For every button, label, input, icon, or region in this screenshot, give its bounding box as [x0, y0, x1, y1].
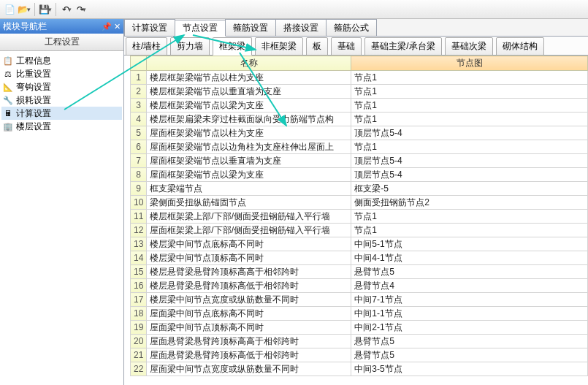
cell-node[interactable]: 中间3-5节点	[351, 362, 588, 376]
table-row[interactable]: 10梁侧面受扭纵筋锚固节点侧面受扭钢筋节点2	[131, 196, 588, 210]
nav-item-4[interactable]: 🖩计算设置	[1, 107, 122, 120]
table-row[interactable]: 9框支梁端节点框支梁-5	[131, 182, 588, 196]
nav-item-3[interactable]: 🔧损耗设置	[1, 94, 122, 107]
top-tab-2[interactable]: 箍筋设置	[225, 19, 276, 36]
sub-tab-8[interactable]: 砌体结构	[496, 37, 544, 56]
cell-name[interactable]: 楼层悬臂梁悬臂跨顶标高高于相邻跨时	[147, 265, 351, 279]
table-row[interactable]: 2楼层框架梁端节点以垂直墙为支座节点1	[131, 85, 588, 99]
cell-node[interactable]: 中间4-1节点	[351, 251, 588, 265]
nav-item-5[interactable]: 🏢楼层设置	[1, 120, 122, 133]
table-row[interactable]: 8屋面框架梁端节点以梁为支座顶层节点5-4	[131, 168, 588, 182]
cell-name[interactable]: 楼层梁中间节点宽度或纵筋数量不同时	[147, 293, 351, 307]
nav-tree: 📋工程信息⚖比重设置📐弯钩设置🔧损耗设置🖩计算设置🏢楼层设置	[0, 51, 123, 136]
cell-node[interactable]: 节点1	[351, 85, 588, 99]
cell-name[interactable]: 楼层框架梁端节点以垂直墙为支座	[147, 85, 351, 99]
table-row[interactable]: 17楼层梁中间节点宽度或纵筋数量不同时中间7-1节点	[131, 293, 588, 307]
table-row[interactable]: 22屋面梁中间节点宽度或纵筋数量不同时中间3-5节点	[131, 362, 588, 376]
table-row[interactable]: 5屋面框架梁端节点以柱为支座顶层节点5-4	[131, 126, 588, 140]
nav-item-1[interactable]: ⚖比重设置	[1, 67, 122, 80]
cell-name[interactable]: 楼层框架梁上部/下部/侧面受扭钢筋锚入平行墙	[147, 210, 351, 224]
cell-name[interactable]: 屋面梁中间节点顶标高不同时	[147, 321, 351, 335]
sub-tab-4[interactable]: 板	[306, 37, 328, 56]
row-number: 12	[131, 224, 147, 237]
table-row[interactable]: 21屋面悬臂梁悬臂跨顶标高低于相邻跨时悬臂节点5	[131, 348, 588, 362]
cell-name[interactable]: 屋面梁中间节点底标高不同时	[147, 307, 351, 321]
cell-name[interactable]: 屋面框架梁端节点以梁为支座	[147, 168, 351, 182]
cell-node[interactable]: 节点1	[351, 210, 588, 224]
cell-node[interactable]: 中间7-1节点	[351, 293, 588, 307]
sub-tab-2[interactable]: 框架梁	[213, 37, 252, 56]
undo-icon[interactable]: ↶▾	[60, 3, 73, 16]
cell-name[interactable]: 屋面悬臂梁悬臂跨顶标高高于相邻跨时	[147, 335, 351, 348]
cell-node[interactable]: 顶层节点5-4	[351, 168, 588, 182]
cell-node[interactable]: 节点1	[351, 113, 588, 126]
cell-node[interactable]: 节点1	[351, 71, 588, 85]
top-tab-3[interactable]: 搭接设置	[275, 19, 327, 36]
grid-wrapper: 名称 节点图 1楼层框架梁端节点以柱为支座节点12楼层框架梁端节点以垂直墙为支座…	[130, 56, 588, 385]
cell-name[interactable]: 屋面框架梁端节点以边角柱为支座柱伸出屋面上	[147, 140, 351, 154]
cell-name[interactable]: 屋面框架梁端节点以柱为支座	[147, 126, 351, 140]
new-file-icon[interactable]: 📄	[3, 3, 16, 16]
sub-tab-7[interactable]: 基础次梁	[445, 37, 493, 56]
cell-node[interactable]: 悬臂节点5	[351, 335, 588, 348]
cell-name[interactable]: 屋面梁中间节点宽度或纵筋数量不同时	[147, 362, 351, 376]
cell-name[interactable]: 楼层悬臂梁悬臂跨顶标高低于相邻跨时	[147, 279, 351, 293]
save-icon[interactable]: 💾▾	[39, 3, 52, 16]
table-row[interactable]: 15楼层悬臂梁悬臂跨顶标高高于相邻跨时悬臂节点5	[131, 265, 588, 279]
table-row[interactable]: 16楼层悬臂梁悬臂跨顶标高低于相邻跨时悬臂节点4	[131, 279, 588, 293]
pin-icon[interactable]: 📌	[102, 22, 112, 31]
table-row[interactable]: 13楼层梁中间节点底标高不同时中间5-1节点	[131, 237, 588, 251]
cell-node[interactable]: 节点1	[351, 99, 588, 113]
table-row[interactable]: 7屋面框架梁端节点以垂直墙为支座顶层节点5-4	[131, 154, 588, 168]
cell-node[interactable]: 悬臂节点5	[351, 348, 588, 362]
cell-name[interactable]: 屋面框架梁上部/下部/侧面受扭钢筋锚入平行墙	[147, 224, 351, 237]
cell-node[interactable]: 节点1	[351, 140, 588, 154]
cell-node[interactable]: 悬臂节点4	[351, 279, 588, 293]
cell-name[interactable]: 屋面悬臂梁悬臂跨顶标高低于相邻跨时	[147, 348, 351, 362]
table-row[interactable]: 19屋面梁中间节点顶标高不同时中间2-1节点	[131, 321, 588, 335]
cell-node[interactable]: 顶层节点5-4	[351, 126, 588, 140]
cell-node[interactable]: 节点1	[351, 224, 588, 237]
sub-tab-3[interactable]: 非框架梁	[255, 37, 303, 56]
cell-name[interactable]: 框支梁端节点	[147, 182, 351, 196]
cell-name[interactable]: 梁侧面受扭纵筋锚固节点	[147, 196, 351, 210]
cell-node[interactable]: 中间2-1节点	[351, 321, 588, 335]
sub-tab-1[interactable]: 剪力墙	[170, 37, 210, 56]
nav-item-2[interactable]: 📐弯钩设置	[1, 80, 122, 94]
cell-node[interactable]: 中间5-1节点	[351, 237, 588, 251]
redo-icon[interactable]: ↷▾	[75, 3, 88, 16]
nav-item-label: 楼层设置	[16, 121, 51, 133]
table-row[interactable]: 3楼层框架梁端节点以梁为支座节点1	[131, 99, 588, 113]
cell-node[interactable]: 顶层节点5-4	[351, 154, 588, 168]
table-row[interactable]: 14楼层梁中间节点顶标高不同时中间4-1节点	[131, 251, 588, 265]
close-icon[interactable]: ✕	[114, 22, 121, 31]
table-row[interactable]: 4楼层框架扁梁未穿过柱截面纵向受力筋端节点构节点1	[131, 113, 588, 126]
cell-name[interactable]: 楼层梁中间节点顶标高不同时	[147, 251, 351, 265]
cell-name[interactable]: 楼层框架梁端节点以梁为支座	[147, 99, 351, 113]
cell-node[interactable]: 中间1-1节点	[351, 307, 588, 321]
cell-node[interactable]: 框支梁-5	[351, 182, 588, 196]
table-row[interactable]: 11楼层框架梁上部/下部/侧面受扭钢筋锚入平行墙节点1	[131, 210, 588, 224]
nav-item-icon: ⚖	[3, 69, 13, 79]
table-row[interactable]: 6屋面框架梁端节点以边角柱为支座柱伸出屋面上节点1	[131, 140, 588, 154]
cell-name[interactable]: 楼层框架梁端节点以柱为支座	[147, 71, 351, 85]
cell-node[interactable]: 悬臂节点5	[351, 265, 588, 279]
sub-tab-5[interactable]: 基础	[331, 37, 362, 56]
cell-node[interactable]: 侧面受扭钢筋节点2	[351, 196, 588, 210]
nav-item-0[interactable]: 📋工程信息	[1, 54, 122, 67]
cell-name[interactable]: 楼层梁中间节点底标高不同时	[147, 237, 351, 251]
sub-tab-6[interactable]: 基础主梁/承台梁	[364, 37, 441, 56]
sub-tab-0[interactable]: 柱/墙柱	[126, 37, 167, 56]
table-row[interactable]: 18屋面梁中间节点底标高不同时中间1-1节点	[131, 307, 588, 321]
table-row[interactable]: 20屋面悬臂梁悬臂跨顶标高高于相邻跨时悬臂节点5	[131, 335, 588, 348]
table-row[interactable]: 12屋面框架梁上部/下部/侧面受扭钢筋锚入平行墙节点1	[131, 224, 588, 237]
top-tab-4[interactable]: 箍筋公式	[326, 19, 377, 36]
cell-name[interactable]: 屋面框架梁端节点以垂直墙为支座	[147, 154, 351, 168]
top-tab-1[interactable]: 节点设置	[175, 20, 226, 37]
table-row[interactable]: 1楼层框架梁端节点以柱为支座节点1	[131, 71, 588, 85]
cell-name[interactable]: 楼层框架扁梁未穿过柱截面纵向受力筋端节点构	[147, 113, 351, 126]
open-file-icon[interactable]: 📂▾	[18, 3, 31, 16]
row-number: 16	[131, 279, 147, 293]
sub-tabs: 柱/墙柱剪力墙框架梁非框架梁板基础基础主梁/承台梁基础次梁砌体结构	[124, 37, 588, 56]
top-tab-0[interactable]: 计算设置	[124, 19, 175, 36]
